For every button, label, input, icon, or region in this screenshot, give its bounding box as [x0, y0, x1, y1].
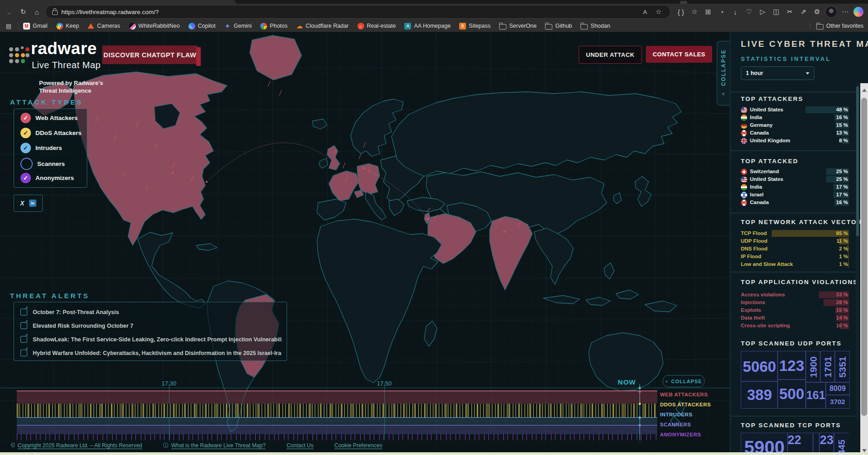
udp-port-cell[interactable]: 389 — [741, 381, 778, 409]
attacked-row[interactable]: Switzerland 25 % — [741, 168, 849, 175]
share-icon[interactable]: ⇗ — [797, 5, 810, 18]
continents[interactable] — [32, 35, 685, 432]
tcp-port-cell[interactable]: 23 — [819, 433, 834, 452]
legend-ddos-attackers[interactable]: DDOS ATTACKERS — [660, 402, 711, 412]
sidebar-scrollbar[interactable] — [856, 83, 859, 419]
bookmark-aa-homepage[interactable]: AAA Homepage — [404, 23, 451, 30]
bookmark-gmail[interactable]: MGmail — [23, 23, 48, 30]
downloads-icon[interactable]: ↓ — [729, 5, 742, 18]
scrollbar-thumb[interactable] — [861, 98, 867, 416]
threat-alert-item[interactable]: October 7: Post-Threat Analysis — [20, 309, 282, 315]
udp-port-cell[interactable]: 5060 — [741, 351, 778, 382]
screenshot-icon[interactable]: ✂ — [783, 5, 797, 18]
scroll-down-arrow[interactable] — [862, 449, 867, 452]
attack-type-scanners[interactable]: Scanners — [20, 158, 65, 170]
udp-port-cell[interactable]: 161 — [805, 382, 826, 409]
bookmark-keep[interactable]: GKeep — [56, 23, 79, 30]
page-scrollbar[interactable] — [860, 83, 868, 455]
bookmark-real-estate[interactable]: ⌂Real-estate — [357, 23, 396, 30]
vector-row[interactable]: UDP Flood 11 % — [741, 238, 849, 245]
attacked-row[interactable]: Israel 17 % — [741, 191, 849, 199]
under-attack-button[interactable]: UNDER ATTACK — [579, 46, 642, 64]
checked-circle-icon[interactable]: ✓ — [20, 128, 31, 138]
attacked-row[interactable]: United States 25 % — [741, 176, 849, 183]
bookmark-gemini[interactable]: ✦Gemini — [224, 23, 252, 30]
sidebar-collapse-button[interactable]: COLLAPSE × — [717, 41, 729, 105]
threat-alert-item[interactable]: ShadowLeak: The First Service-Side Leaki… — [20, 336, 282, 343]
what-is-link[interactable]: ⓘ What is the Radware Live Threat Map? — [163, 442, 266, 450]
split-screen-icon[interactable]: ◫ — [769, 5, 783, 18]
contact-us-link[interactable]: Contact Us — [287, 442, 313, 449]
bookmark-cameras[interactable]: Cameras — [88, 23, 120, 30]
home-icon[interactable]: ⌂ — [30, 5, 44, 18]
bookmark-github[interactable]: Github — [545, 23, 572, 30]
udp-port-cell[interactable]: 123 — [777, 351, 806, 380]
send-to-devices-icon[interactable]: ▷ — [756, 5, 769, 18]
profile-avatar[interactable] — [825, 6, 837, 18]
violation-row[interactable]: Injections 28 % — [741, 299, 849, 306]
other-favorites[interactable]: Other favorites — [816, 20, 863, 32]
attacker-row[interactable]: India 16 % — [741, 114, 849, 121]
udp-port-cell[interactable]: 8009 — [825, 382, 850, 395]
bookmark-copilot[interactable]: Copilot — [188, 23, 216, 30]
active-tab-bottom[interactable] — [0, 0, 236, 4]
vector-row[interactable]: TCP Flood 85 % — [741, 230, 849, 237]
threat-alert-item[interactable]: Hybrid Warfare Unfolded: Cyberattacks, H… — [20, 350, 282, 356]
violation-row[interactable]: Cross-site scripting 10 % — [741, 322, 849, 330]
x-twitter-icon[interactable]: X — [20, 200, 24, 207]
bookmark-serverone[interactable]: ServerOne — [499, 23, 536, 30]
cookie-preferences-link[interactable]: Cookie Preferences — [334, 442, 382, 449]
attack-type-intruders[interactable]: ✓ Intruders — [20, 143, 62, 153]
url-text[interactable]: https://livethreatmap.radware.com/? — [61, 9, 638, 15]
attacker-row[interactable]: Germany 15 % — [741, 122, 849, 129]
udp-port-cell[interactable]: 5351 — [834, 351, 850, 383]
bookmark-cloudflare-radar[interactable]: ☁Cloudflare Radar — [296, 23, 349, 30]
address-bar[interactable]: https://livethreatmap.radware.com/? A ☆ — [45, 5, 670, 19]
attack-type-web-attackers[interactable]: ✓ Web Attackers — [20, 113, 78, 123]
vector-row[interactable]: IP Flood 1 % — [741, 253, 849, 260]
attack-type-ddos-attackers[interactable]: ✓ DDoS Attackers — [20, 128, 82, 138]
threat-alert-item[interactable]: Elevated Risk Surrounding October 7 — [20, 322, 282, 329]
copyright-link[interactable]: © Copyright 2025 Radware Ltd. – All Righ… — [11, 442, 142, 449]
attacker-row[interactable]: United States 48 % — [741, 106, 849, 114]
refresh-icon[interactable]: ↻ — [16, 5, 30, 18]
more-menu-icon[interactable]: ⋯ — [838, 5, 852, 18]
attack-type-anonymizers[interactable]: ✓ Anonymizers — [20, 173, 74, 183]
udp-port-cell[interactable]: 1701 — [820, 351, 835, 383]
favorite-star-icon[interactable]: ☆ — [652, 5, 665, 18]
attacker-row[interactable]: United Kingdom 8 % — [741, 137, 849, 145]
legend-scanners[interactable]: SCANNERS — [660, 422, 711, 432]
favorites-bar-icon[interactable]: ☆ — [688, 5, 701, 18]
udp-port-cell[interactable]: 3702 — [825, 395, 850, 409]
unchecked-circle-icon[interactable] — [20, 158, 33, 170]
attacker-row[interactable]: Canada 13 % — [741, 130, 849, 137]
udp-port-cell[interactable]: 1900 — [805, 351, 821, 383]
history-icon[interactable]: ◔ — [715, 5, 729, 18]
tcp-port-cell[interactable]: 5900 — [741, 433, 788, 452]
timeline-collapse-button[interactable]: × COLLAPSE — [663, 375, 704, 387]
back-icon[interactable]: ← — [3, 5, 16, 18]
violation-row[interactable]: Data theft 14 % — [741, 315, 849, 322]
violation-row[interactable]: Exploits 15 % — [741, 307, 849, 314]
settings-icon[interactable]: ⚙ — [810, 5, 824, 18]
violation-row[interactable]: Access violations 33 % — [741, 291, 849, 299]
bookmark-sitepass[interactable]: SSitepass — [459, 23, 491, 30]
extensions-icon[interactable]: { } — [674, 5, 688, 18]
interval-select[interactable]: 1 hour — [741, 66, 814, 80]
legend-intruders[interactable]: INTRUDERS — [660, 412, 711, 422]
legend-web-attackers[interactable]: WEB ATTACKERS — [660, 392, 711, 402]
read-aloud-icon[interactable]: A — [638, 5, 652, 18]
contact-sales-button[interactable]: CONTACT SALES — [646, 46, 712, 63]
vector-row[interactable]: Low and Slow Attack 1 % — [741, 261, 849, 268]
tab-actions-icon[interactable]: ▤ — [2, 20, 15, 32]
checked-circle-icon[interactable]: ✓ — [20, 173, 31, 183]
bookmark-shodan[interactable]: Shodan — [580, 23, 610, 30]
scroll-up-arrow[interactable] — [862, 89, 867, 92]
bookmark-photos[interactable]: Photos — [260, 23, 288, 30]
checked-circle-icon[interactable]: ✓ — [20, 113, 31, 123]
copilot-icon[interactable] — [853, 7, 863, 17]
attacked-row[interactable]: India 17 % — [741, 184, 849, 191]
browser-essentials-icon[interactable]: ♡ — [742, 5, 756, 18]
udp-port-cell[interactable]: 500 — [777, 379, 806, 409]
tcp-port-cell[interactable]: 22 — [787, 433, 813, 452]
